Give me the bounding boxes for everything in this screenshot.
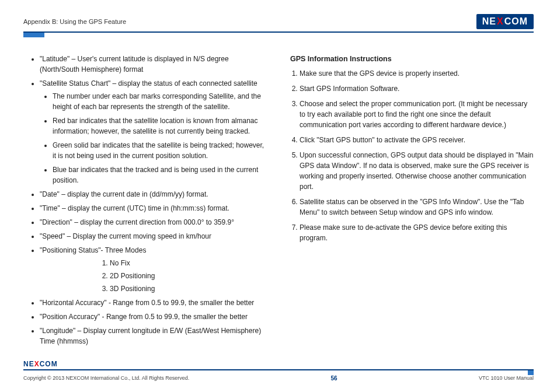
divider-tab [23,33,44,37]
list-item: Please make sure to de-activate the GPS … [300,222,534,243]
divider-line [23,369,534,370]
list-item: "Latitude" – User's current latitude is … [40,54,267,75]
steps-list: Make sure that the GPS device is properl… [290,68,534,243]
list-item: "Satellite Status Chart" – display the s… [40,78,267,186]
brand-post: COM [40,360,58,368]
sub-list: The number under each bar marks correspo… [40,91,267,186]
brand-x: X [496,16,504,27]
doc-title: VTC 1010 User Manual [479,375,534,382]
list-item: "Positioning Status"- Three Modes No Fix… [40,245,267,294]
modes-list: No Fix 2D Positioning 3D Positioning [40,258,267,294]
list-item: "Position Accuracy" - Range from 0.5 to … [40,312,267,322]
list-item: "Horizontal Accuracy" - Range from 0.5 t… [40,298,267,308]
brand-x: X [34,360,40,368]
list-item: Satellite status can be observed in the … [300,197,534,218]
list-item: 2D Positioning [110,271,267,281]
item-text: "Latitude" – User's current latitude is … [40,55,229,74]
list-item: Start GPS Information Software. [300,83,534,94]
list-item: "Date" – display the current date in (dd… [40,189,267,200]
list-item: Green solid bar indicates that the satel… [53,140,267,161]
brand-pre: NE [23,360,34,368]
list-item: "Longitude" – Display current longitude … [40,326,267,346]
section-title: Appendix B: Using the GPS Feature [23,18,126,25]
page-footer: NEXCOM Copyright © 2013 NEXCOM Internati… [23,360,534,382]
divider-tab [528,370,534,375]
page: Appendix B: Using the GPS Feature NEXCOM… [0,0,557,373]
list-item: "Speed" – Display the current moving spe… [40,231,267,242]
item-text: "Positioning Status"- Three Modes [40,246,146,254]
footer-logo: NEXCOM [23,360,534,368]
item-text: "Satellite Status Chart" – display the s… [40,79,257,88]
header-divider [23,32,534,36]
brand-logo-box: NEXCOM [476,14,534,29]
page-header: Appendix B: Using the GPS Feature NEXCOM [23,14,534,29]
brand-post: COM [504,16,528,27]
footer-row: Copyright © 2013 NEXCOM International Co… [23,375,534,382]
list-item: Choose and select the proper communicati… [300,99,534,130]
footer-divider [23,369,534,373]
list-item: Blue bar indicates that the tracked and … [53,164,267,186]
brand-logo: NEXCOM [476,14,534,29]
left-column: "Latitude" – User's current latitude is … [23,54,267,350]
list-item: No Fix [110,258,267,268]
instructions-heading: GPS Information Instructions [290,54,534,65]
list-item: Upon successful connection, GPS output d… [300,150,534,192]
page-number: 56 [331,375,337,382]
list-item: "Direction" – display the current direct… [40,217,267,228]
divider-line [23,32,534,33]
content-columns: "Latitude" – User's current latitude is … [23,54,534,350]
right-column: GPS Information Instructions Make sure t… [290,54,534,350]
copyright-text: Copyright © 2013 NEXCOM International Co… [23,375,189,382]
feature-list: "Latitude" – User's current latitude is … [23,54,267,346]
list-item: The number under each bar marks correspo… [53,91,267,112]
brand-pre: NE [482,16,496,27]
list-item: 3D Positioning [110,284,267,294]
footer-logo-text: NEXCOM [23,360,534,368]
list-item: "Time" – display the current (UTC) time … [40,203,267,214]
list-item: Red bar indicates that the satellite loc… [53,116,267,136]
list-item: Click "Start GPS button" to activate the… [300,135,534,145]
list-item: Make sure that the GPS device is properl… [300,68,534,79]
